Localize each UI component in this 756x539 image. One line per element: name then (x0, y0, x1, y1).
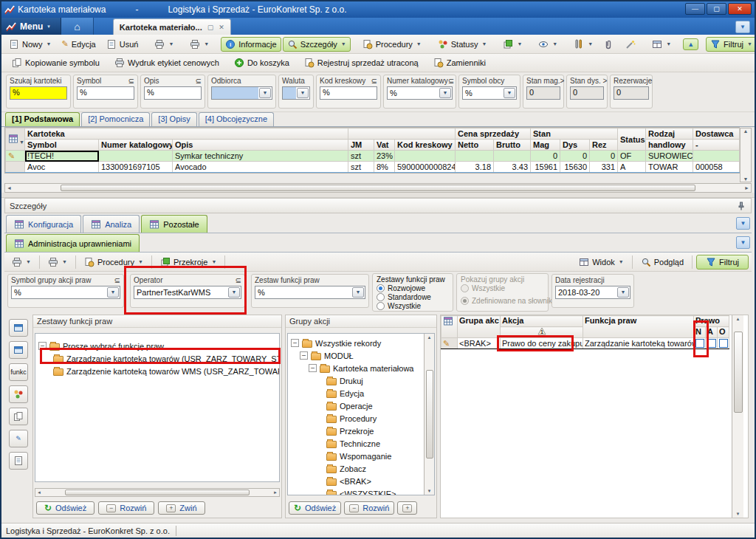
column-dostawca-sub[interactable]: - (693, 140, 740, 151)
grid-vertical-scrollbar[interactable]: ▲▼ (740, 128, 752, 182)
attachment-button[interactable] (599, 37, 618, 52)
contains-operator-icon[interactable]: ⊆ (114, 276, 120, 284)
rozwin-button[interactable]: −Rozwiń (344, 501, 394, 515)
home-button[interactable]: ⌂ (61, 18, 94, 35)
tabstrip-chevron-button[interactable]: ▼ (735, 21, 750, 33)
column-mag[interactable]: Mag (531, 140, 560, 151)
procedury-button[interactable]: Procedury▼ (358, 37, 426, 52)
column-kod-kreskowy[interactable]: Kod kreskowy (395, 140, 456, 151)
funkcje-button[interactable]: funkc (9, 363, 28, 381)
symbol-input[interactable]: % (77, 86, 134, 100)
tree-vertical-scrollbar[interactable]: ▲▼ (424, 334, 434, 495)
stan-mag-input[interactable]: 0 (526, 86, 560, 100)
wand-button[interactable] (621, 37, 640, 52)
maximize-button[interactable]: ▢ (707, 3, 726, 15)
edit-button[interactable]: ✎Edycja (57, 37, 100, 51)
print-button[interactable]: ▼ (150, 37, 178, 52)
dropdown-arrow-icon[interactable]: ▼ (504, 88, 515, 98)
column-dys[interactable]: Dys (560, 140, 590, 151)
column-akcja[interactable]: Akcja (501, 316, 583, 327)
dropdown-arrow-icon[interactable]: ▼ (297, 88, 309, 98)
delete-button[interactable]: Usuń (102, 37, 143, 52)
radio-wszystkie[interactable]: Wszystkie (377, 302, 449, 310)
edit-panel-button[interactable]: ✎ (9, 430, 28, 447)
scroll-right-icon[interactable]: ► (744, 185, 749, 190)
panel-splitter[interactable] (1, 193, 755, 198)
layout-button[interactable]: ▼ (647, 37, 676, 52)
details-procedury-button[interactable]: Procedury▼ (80, 255, 148, 270)
layers-button[interactable]: ▼ (498, 37, 526, 52)
radio-rozwojowe[interactable]: Rozwojowe (377, 284, 449, 292)
column-jm[interactable]: JM (348, 140, 374, 151)
details-przekroje-button[interactable]: Przekroje▼ (156, 255, 221, 270)
table-row[interactable]: Avoc 1330091697105 Avocado szt 8% 590000… (6, 162, 740, 173)
kopiowanie-symbolu-button[interactable]: Kopiowanie symbolu (7, 55, 104, 70)
column-prawo-n[interactable]: N (694, 327, 706, 338)
tree-item-kartoteka-materialowa[interactable]: –Kartoteka materiałowa (288, 362, 434, 374)
odbiorca-combo[interactable]: ▼ (211, 86, 272, 100)
tab-konfiguracja[interactable]: Konfiguracja (6, 215, 81, 233)
table-row[interactable]: ✎ !TECH! Symkar techniczny szt 23% 0 0 0… (6, 151, 740, 162)
numer-katalogowy-combo[interactable]: %▼ (387, 86, 453, 100)
rejestruj-sprzedaz-button[interactable]: Rejestruj sprzedaż utraconą (300, 55, 423, 70)
zamienniki-button[interactable]: Zamienniki (429, 55, 490, 70)
details-print-button[interactable]: ▼ (7, 255, 35, 270)
zwin-button[interactable]: +Zwiń (158, 501, 205, 515)
group-cena-sprzedazy[interactable]: Cena sprzedaży (456, 128, 531, 140)
prawo-a-checkbox[interactable] (707, 339, 716, 348)
document-edit-button[interactable] (9, 452, 28, 470)
tree-item-techniczne[interactable]: Techniczne (288, 437, 434, 450)
filtruj-button[interactable]: Filtruj▼ (706, 37, 756, 52)
statusy-button[interactable]: Statusy▼ (433, 37, 492, 52)
radio-standardowe[interactable]: Standardowe (377, 293, 449, 301)
tree-item-wszystkie-rekordy[interactable]: –Wszystkie rekordy (288, 337, 434, 349)
radio-icon[interactable] (377, 302, 385, 310)
data-rejestracji-combo[interactable]: 2018-03-20▼ (555, 286, 630, 299)
dropdown-arrow-icon[interactable]: ▼ (439, 88, 451, 98)
tree-item-brak[interactable]: <BRAK> (288, 475, 434, 487)
tree-item-root[interactable]: – Proszę wybrać funkcję praw (35, 340, 279, 352)
column-rodzaj[interactable]: Rodzaj (646, 128, 693, 140)
widok-button[interactable]: Widok▼ (574, 255, 628, 270)
menu-button[interactable]: Menu ▾ (1, 18, 61, 35)
rozwin-button[interactable]: −Rozwiń (98, 501, 154, 515)
column-numer-katalogowy[interactable]: Numer katalogowy (99, 140, 173, 151)
tab-podstawowa[interactable]: [1] Podstawowa (5, 112, 80, 126)
column-opis[interactable]: Opis (173, 140, 348, 151)
opis-input[interactable]: % (144, 86, 202, 100)
kod-kreskowy-input[interactable]: % (320, 86, 377, 100)
details-print2-button[interactable]: ▼ (44, 255, 72, 270)
radio-icon[interactable] (377, 293, 385, 301)
prawo-o-checkbox[interactable] (719, 339, 728, 348)
tab-obcojezyczne[interactable]: [4] Obcojęzyczne (199, 112, 274, 126)
group-kartoteka[interactable]: Kartoteka (25, 128, 348, 140)
column-prawo-a[interactable]: A (706, 327, 718, 338)
tree-item-zarzadzanie[interactable]: Zarządzanie kartoteką towarów (USR_ZARZ_… (35, 352, 279, 365)
tree-item-operacje[interactable]: Operacje (288, 399, 434, 412)
window-panel2-button[interactable] (9, 341, 28, 359)
prawo-n-checkbox[interactable] (695, 339, 704, 348)
tree-item-modul[interactable]: –MODUŁ (288, 349, 434, 362)
close-button[interactable]: ✕ (728, 3, 752, 15)
tree-item-zarzadzenie-wms[interactable]: Zarządzenie kartoteką towarów WMS (USR_Z… (35, 365, 279, 377)
column-brutto[interactable]: Brutto (494, 140, 531, 151)
odswiez-button[interactable]: ↻Odśwież (289, 501, 341, 515)
tab-pozostale[interactable]: Pozostałe (141, 215, 207, 233)
grid-horizontal-scrollbar[interactable]: ◄ ► (4, 183, 752, 193)
tab-opisy[interactable]: [3] Opisy (151, 112, 196, 126)
odswiez-button[interactable]: ↻Odśwież (36, 501, 94, 515)
contains-operator-icon[interactable]: ⊆ (371, 77, 377, 85)
column-prawo-group[interactable]: Prawo (694, 316, 729, 327)
scroll-left-icon[interactable]: ◄ (37, 490, 41, 495)
pin-icon[interactable] (736, 201, 746, 211)
tree-item-zobacz[interactable]: Zobacz (288, 462, 434, 475)
column-funkcja-praw[interactable]: Funkcja praw (583, 316, 694, 338)
contains-operator-icon[interactable]: ⊆ (448, 77, 454, 85)
symbol-obcy-combo[interactable]: %▼ (462, 86, 517, 100)
transfer-arrows-button[interactable] (9, 385, 28, 403)
close-tab-icon[interactable]: ✕ (219, 24, 224, 31)
do-koszyka-button[interactable]: Do koszyka (230, 55, 294, 70)
new-button[interactable]: Nowy▼ (4, 37, 55, 52)
column-grupa-akcji[interactable]: Grupa akc (458, 316, 501, 338)
grid-options-button[interactable]: ▼ (6, 128, 25, 151)
